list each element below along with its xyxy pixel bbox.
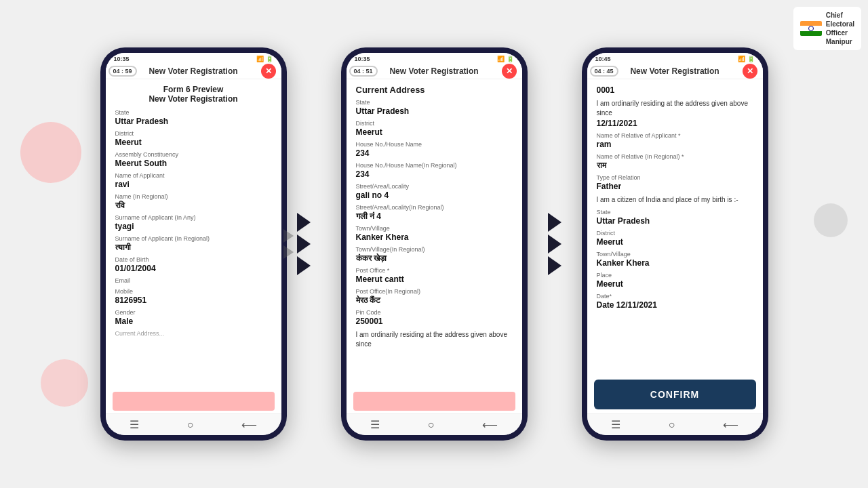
phone-2-nav-bar: ☰ ○ ⟵ xyxy=(347,413,522,435)
phone-1-pink-button[interactable] xyxy=(113,392,275,411)
phone-3-close-button[interactable]: ✕ xyxy=(743,64,757,79)
field-value-town-regional: कंकर खेड़ा xyxy=(356,253,513,263)
field-citizen-text: I am a citizen of India and place of my … xyxy=(597,195,753,205)
deco-circle-1 xyxy=(20,122,81,183)
field-label-house: House No./House Name xyxy=(356,141,513,148)
phone-3: 10:45 📶 🔋 04 : 45 New Voter Registration… xyxy=(582,47,768,441)
phone-3-title: New Voter Registration xyxy=(630,66,719,76)
field-value-post: Meerut cantt xyxy=(356,274,513,284)
confirm-button[interactable]: CONFIRM xyxy=(594,380,756,409)
field-label-assembly: Assembly Constituency xyxy=(115,151,272,158)
phone-3-status-icons: 📶 🔋 xyxy=(738,56,755,62)
back-icon-1[interactable]: ⟵ xyxy=(241,418,257,431)
field-value-gender: Male xyxy=(115,317,272,326)
menu-icon-3[interactable]: ☰ xyxy=(611,418,620,431)
phone-2-status-bar: 10:35 📶 🔋 xyxy=(347,53,522,64)
flag-green xyxy=(800,31,822,36)
phone-2-inner: 10:35 📶 🔋 04 : 51 New Voter Registration… xyxy=(347,53,522,435)
phone-2: 10:35 📶 🔋 04 : 51 New Voter Registration… xyxy=(341,47,528,441)
field-value-place: Meerut xyxy=(597,279,753,289)
deco-circle-2 xyxy=(41,359,88,407)
phone-2-title-bar: 04 : 51 New Voter Registration ✕ xyxy=(347,64,522,79)
phone-1-close-button[interactable]: ✕ xyxy=(261,64,276,79)
phone-1-title-bar: 04 : 59 New Voter Registration ✕ xyxy=(106,64,281,79)
field-value-post-regional: मेरठ कैंट xyxy=(356,296,513,305)
flag-chakra xyxy=(808,26,814,31)
field-value-town-3: Kanker Khera xyxy=(597,258,753,268)
phone-3-title-bar: 04 : 45 New Voter Registration ✕ xyxy=(587,64,763,79)
phone-1-status-icons: 📶 🔋 xyxy=(256,56,273,62)
back-icon-3[interactable]: ⟵ xyxy=(723,418,738,431)
field-label-street-regional: Street/Area/Locality(In Regional) xyxy=(356,204,513,211)
wifi-icon-3: 📶 xyxy=(738,56,745,62)
phone-2-timer: 04 : 51 xyxy=(349,66,378,77)
field-label-relative-regional: Name of Relative (In Regional) * xyxy=(597,153,753,160)
field-label-current-address-hint: Current Address... xyxy=(115,330,272,337)
phone-2-close-button[interactable]: ✕ xyxy=(502,64,517,79)
field-value-mobile: 8126951 xyxy=(115,296,272,305)
field-value-residing: I am ordinarily residing at the address … xyxy=(356,330,513,349)
field-label-place: Place xyxy=(597,272,753,279)
battery-icon: 🔋 xyxy=(266,56,273,62)
field-label-town-3: Town/Village xyxy=(597,251,753,258)
phone-1-nav-bar: ☰ ○ ⟵ xyxy=(106,413,281,435)
phone-2-section-title: Current Address xyxy=(356,85,513,95)
field-residing-date: 12/11/2021 xyxy=(597,119,753,128)
field-label-mobile: Mobile xyxy=(115,288,272,295)
phone-3-status-bar: 10:45 📶 🔋 xyxy=(587,53,763,64)
field-value-surname-regional: त्यागी xyxy=(115,243,272,252)
wifi-icon: 📶 xyxy=(256,56,264,62)
battery-icon-3: 🔋 xyxy=(747,56,755,62)
menu-icon-2[interactable]: ☰ xyxy=(370,418,380,431)
phones-container: 10:35 📶 🔋 04 : 59 New Voter Registration… xyxy=(100,47,768,441)
flag-white xyxy=(800,26,822,31)
field-label-name: Name of Applicant xyxy=(115,172,272,179)
phone-3-top-value: 0001 xyxy=(597,85,753,95)
phone-1-time: 10:35 xyxy=(114,56,130,62)
field-label-pincode: Pin Code xyxy=(356,309,513,316)
field-label-email: Email xyxy=(115,277,272,284)
field-value-district-1: Meerut xyxy=(115,138,272,147)
phone-1-inner: 10:35 📶 🔋 04 : 59 New Voter Registration… xyxy=(106,53,281,435)
phone-2-pink-button[interactable] xyxy=(353,392,515,411)
arrow-2 xyxy=(528,213,582,275)
phone-1: 10:35 📶 🔋 04 : 59 New Voter Registration… xyxy=(100,47,287,441)
field-value-state-3: Uttar Pradesh xyxy=(597,216,753,226)
field-label-street: Street/Area/Locality xyxy=(356,183,513,190)
field-label-surname: Surname of Applicant (In Any) xyxy=(115,214,272,221)
field-value-name: ravi xyxy=(115,180,272,189)
wifi-icon-2: 📶 xyxy=(497,56,505,62)
field-value-relative-regional: राम xyxy=(597,161,753,170)
phone-3-timer: 04 : 45 xyxy=(590,66,618,77)
field-value-street: gali no 4 xyxy=(356,190,513,200)
field-label-dob: Date of Birth xyxy=(115,256,272,263)
field-value-relative: ram xyxy=(597,140,753,149)
field-label-relation: Type of Relation xyxy=(597,174,753,181)
phone-1-title: New Voter Registration xyxy=(149,66,237,76)
field-value-state-1: Uttar Pradesh xyxy=(115,117,272,126)
phone-1-form-title: Form 6 Preview New Voter Registration xyxy=(115,85,272,104)
field-value-surname: tyagi xyxy=(115,222,272,231)
home-icon-3[interactable]: ○ xyxy=(669,419,675,431)
field-value-district-2: Meerut xyxy=(356,127,513,137)
field-value-house: 234 xyxy=(356,148,513,158)
ceo-text: Chief Electoral Officer Manipur xyxy=(826,11,854,46)
field-value-state-2: Uttar Pradesh xyxy=(356,106,513,116)
phone-1-timer: 04 : 59 xyxy=(108,66,137,77)
field-label-district-3: District xyxy=(597,230,753,237)
field-label-name-regional: Name (In Regional) xyxy=(115,193,272,200)
phone-3-inner: 10:45 📶 🔋 04 : 45 New Voter Registration… xyxy=(587,53,763,435)
back-icon-2[interactable]: ⟵ xyxy=(482,418,498,431)
field-value-district-3: Meerut xyxy=(597,237,753,247)
field-label-gender: Gender xyxy=(115,309,272,316)
phone-2-time: 10:35 xyxy=(355,56,370,62)
home-icon-1[interactable]: ○ xyxy=(187,419,194,431)
field-label-surname-regional: Surname of Applicant (In Regional) xyxy=(115,235,272,242)
menu-icon-1[interactable]: ☰ xyxy=(130,418,139,431)
field-residing-text: I am ordinarily residing at the address … xyxy=(597,99,753,118)
phone-1-content: Form 6 Preview New Voter Registration St… xyxy=(106,79,281,389)
home-icon-2[interactable]: ○ xyxy=(428,419,435,431)
field-value-assembly: Meerut South xyxy=(115,159,272,168)
deco-circle-3 xyxy=(814,203,848,237)
field-label-district-1: District xyxy=(115,130,272,137)
